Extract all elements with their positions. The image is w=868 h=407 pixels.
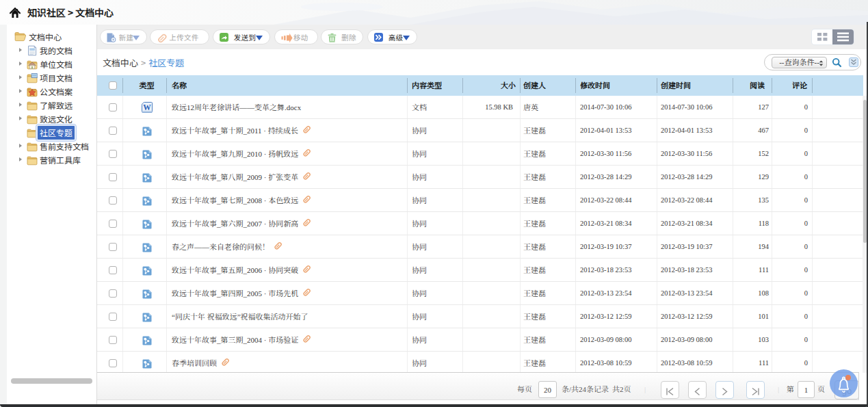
- svg-text:W: W: [143, 102, 151, 112]
